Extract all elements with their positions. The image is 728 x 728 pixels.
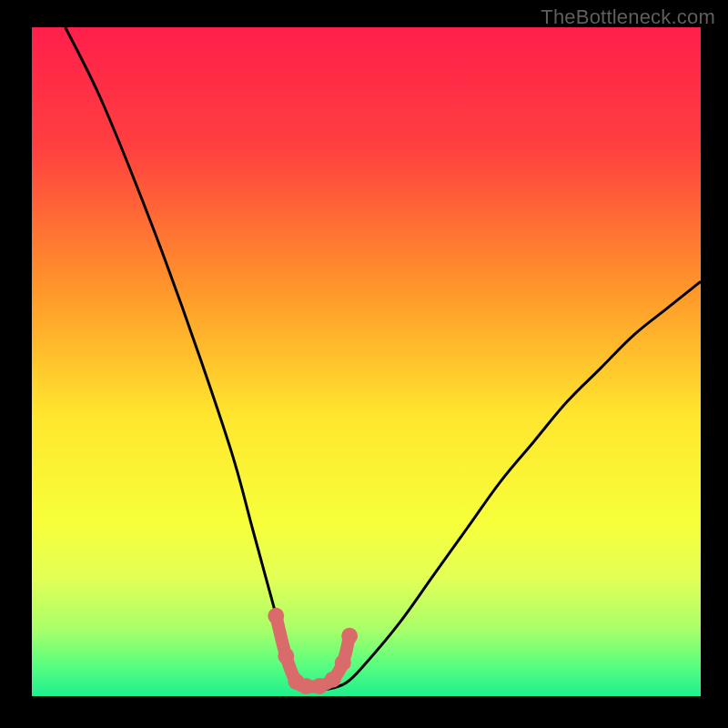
sweet-spot-dot (268, 608, 284, 624)
sweet-spot-dot (278, 648, 294, 664)
chart-frame: TheBottleneck.com (0, 0, 728, 728)
watermark-text: TheBottleneck.com (541, 5, 715, 29)
sweet-spot-dot (335, 654, 351, 671)
plot-gradient-background (32, 27, 701, 696)
bottleneck-chart (0, 0, 728, 728)
sweet-spot-dot (341, 628, 358, 644)
sweet-spot-dot (325, 672, 341, 688)
